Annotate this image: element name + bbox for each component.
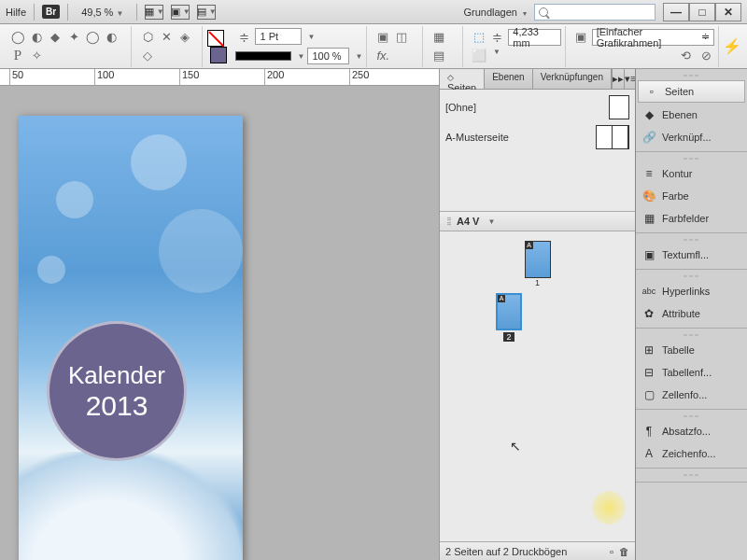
page-number: 2 [503, 332, 514, 342]
page-number: 1 [525, 278, 551, 287]
crop-icon[interactable]: ⬚ [471, 29, 486, 46]
new-page-icon[interactable]: ▫ [610, 546, 613, 557]
dock-zellenfo[interactable]: ▢Zellenfo... [636, 384, 747, 406]
fill-swatch[interactable] [207, 30, 224, 47]
view-options-icon[interactable]: ▦▼ [145, 5, 163, 20]
dock-farbe[interactable]: 🎨Farbe [636, 185, 747, 207]
swatches-icon: ▦ [641, 211, 656, 226]
tool-icon[interactable]: ✧ [28, 48, 45, 64]
textwrap-icon: ▣ [641, 247, 656, 262]
master-thumb[interactable] [609, 95, 629, 119]
ruler-horizontal: 50100150200250 [0, 69, 439, 86]
wrap-icon[interactable]: ▦ [430, 29, 447, 46]
tool-icon[interactable]: ◐ [103, 29, 120, 46]
stroke-swatch[interactable] [210, 47, 227, 63]
dock-seiten[interactable]: ▫Seiten [638, 80, 745, 103]
search-icon [539, 7, 548, 17]
opacity-input[interactable]: 100 % [307, 48, 349, 64]
doc-title-2: 2013 [86, 390, 148, 422]
stroke-weight-input[interactable]: 1 Pt [255, 28, 302, 45]
close-button[interactable]: ✕ [715, 3, 741, 21]
page-size-select[interactable]: A4 V [457, 216, 479, 227]
tool-icon[interactable]: ⬡ [139, 29, 156, 46]
corner-icon[interactable]: ⬜ [471, 48, 487, 64]
page-spread[interactable]: Kalender 2013 [19, 116, 243, 560]
control-toolbar: ◯◐◆✦ ◯◐P✧ ⬡✕ ◈◇ ≑1 Pt▼ ▼100 %▼ ▣◫fx. ▦▤ … [0, 24, 747, 69]
minimize-button[interactable]: — [663, 3, 689, 21]
fx-label-icon[interactable]: fx. [374, 48, 391, 64]
tool-icon[interactable]: ◇ [139, 48, 156, 64]
fx-icon[interactable]: ▣ [374, 29, 391, 46]
master-a[interactable]: A-Musterseite [445, 132, 509, 143]
dock-tabellenf[interactable]: ⊟Tabellenf... [636, 361, 747, 384]
color-swatches[interactable] [206, 29, 229, 64]
links-icon: 🔗 [641, 130, 656, 145]
color-icon: 🎨 [641, 189, 656, 203]
page-thumbnails: A 1 A 2 [440, 231, 635, 541]
updown-icon[interactable]: ≑ [235, 28, 252, 45]
dock-ebenen[interactable]: ◆Ebenen [636, 104, 747, 126]
zoom-level[interactable]: 49,5 %▼ [76, 6, 129, 19]
page-thumb-2[interactable]: A [496, 293, 522, 330]
page-thumb-1[interactable]: A [525, 241, 551, 278]
object-style-select[interactable]: [Einfacher Grafikrahmen]≑ [592, 29, 714, 46]
dock-hyperlinks[interactable]: abcHyperlinks [636, 280, 747, 302]
page-size-bar: ⦙⦙ A4 V▼ [440, 211, 635, 231]
title-badge[interactable]: Kalender 2013 [47, 321, 187, 461]
dock-attribute[interactable]: ✿Attribute [636, 302, 747, 325]
pages-status: 2 Seiten auf 2 Druckbögen ▫🗑 [440, 541, 635, 560]
doc-title-1: Kalender [68, 361, 165, 390]
tool-icon[interactable]: ◯ [9, 29, 26, 46]
trash-icon[interactable]: 🗑 [619, 546, 629, 557]
tool-icon[interactable]: ✦ [65, 29, 82, 46]
dock-zeichenfo[interactable]: AZeichenfo... [636, 442, 747, 465]
tab-pages[interactable]: ◇ Seiten [440, 69, 485, 89]
dock-farbfelder[interactable]: ▦Farbfelder [636, 207, 747, 230]
tool-icon[interactable]: ◈ [176, 29, 193, 46]
tab-layers[interactable]: Ebenen [485, 69, 532, 89]
dock-kontur[interactable]: ≡Kontur [636, 162, 747, 185]
panel-collapse-icon[interactable]: ▸▸ [612, 69, 624, 89]
nudge-input[interactable]: 4,233 mm [508, 29, 561, 46]
master-thumb[interactable] [596, 125, 629, 149]
wrap-icon[interactable]: ▤ [430, 48, 447, 64]
pages-icon: ▫ [644, 84, 659, 99]
tool-icon[interactable]: ◆ [47, 29, 63, 46]
cellstyle-icon: ▢ [641, 387, 656, 402]
pages-panel: ◇ Seiten Ebenen Verknüpfungen ▸▸ ▾≡ [Ohn… [439, 69, 635, 560]
attribute-icon: ✿ [641, 306, 656, 321]
grip-icon: ⦙⦙ [447, 216, 451, 228]
maximize-button[interactable]: □ [689, 3, 715, 21]
right-dock: ┉┉┉ ▫Seiten ◆Ebenen 🔗Verknüpf... ┉┉┉ ≡Ko… [635, 69, 747, 560]
tool-p-icon[interactable]: P [9, 48, 26, 64]
tablestyle-icon: ⊟ [641, 365, 656, 380]
master-none[interactable]: [Ohne] [445, 102, 476, 113]
layers-icon: ◆ [641, 107, 656, 122]
link-icon[interactable]: ⊘ [698, 48, 714, 64]
tool-icon[interactable]: ◐ [28, 29, 45, 46]
fx-icon[interactable]: ◫ [393, 29, 410, 46]
tab-links[interactable]: Verknüpfungen [533, 69, 612, 89]
stroke-icon: ≡ [641, 166, 656, 181]
dock-tabelle[interactable]: ⊞Tabelle [636, 339, 747, 361]
dock-absatzfo[interactable]: ¶Absatzfo... [636, 420, 747, 442]
parastyle-icon: ¶ [641, 424, 656, 439]
table-icon: ⊞ [641, 343, 656, 357]
screen-mode-icon[interactable]: ▣▼ [171, 5, 190, 20]
workspace-switcher[interactable]: Grundlagen ▾ [463, 7, 527, 18]
quick-apply-icon[interactable]: ⚡ [723, 37, 741, 55]
canvas[interactable]: 50100150200250 Kalender 2013 [0, 69, 439, 560]
menu-bar: Hilfe Br 49,5 %▼ ▦▼ ▣▼ ▤▼ Grundlagen ▾ —… [0, 0, 747, 24]
charstyle-icon: A [641, 446, 656, 461]
help-menu[interactable]: Hilfe [6, 7, 26, 18]
bridge-button[interactable]: Br [42, 5, 60, 19]
link-icon[interactable]: ⟲ [677, 48, 694, 64]
dock-verknuepf[interactable]: 🔗Verknüpf... [636, 126, 747, 148]
hyperlink-icon: abc [641, 284, 656, 299]
arrange-icon[interactable]: ▤▼ [197, 5, 216, 20]
fit-icon[interactable]: ▣ [573, 29, 589, 46]
tool-icon[interactable]: ◯ [84, 29, 101, 46]
tool-icon[interactable]: ✕ [158, 29, 175, 46]
search-input[interactable] [534, 4, 655, 21]
dock-textumfl[interactable]: ▣Textumfl... [636, 244, 747, 266]
